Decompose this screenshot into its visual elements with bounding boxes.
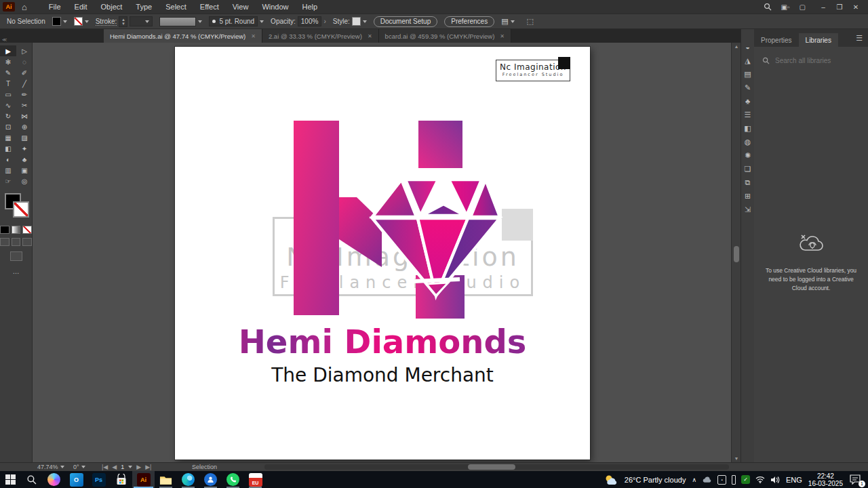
brush-definition-dropdown[interactable]: 5 pt. Round: [209, 16, 258, 26]
menu-item[interactable]: Type: [129, 1, 159, 12]
stroke-caret-icon[interactable]: [85, 20, 89, 23]
tool-artboard[interactable]: ▣: [16, 165, 33, 176]
home-icon[interactable]: ⌂: [22, 2, 27, 12]
minimize-icon[interactable]: –: [815, 3, 831, 11]
taskbar-app-copilot[interactable]: [43, 471, 65, 488]
library-search-input[interactable]: [774, 56, 858, 65]
hemi-diamonds-logo[interactable]: [175, 47, 590, 460]
vertical-scroll-thumb[interactable]: [734, 246, 739, 262]
menu-item[interactable]: File: [42, 1, 68, 12]
tool-curvature[interactable]: ✐: [16, 67, 33, 78]
stroke-swatch[interactable]: [74, 17, 83, 26]
notification-center-button[interactable]: 1: [849, 474, 864, 486]
document-tab[interactable]: 2.ai @ 33.33 % (CMYK/Preview) ✕: [262, 29, 379, 43]
none-mode-icon[interactable]: [22, 226, 32, 234]
tool-lasso[interactable]: ◌: [16, 56, 33, 67]
meet-now-icon[interactable]: ▪: [717, 475, 726, 485]
tool-line[interactable]: ╱: [16, 78, 33, 89]
tool-perspective-grid[interactable]: ▦: [0, 132, 16, 143]
color-mode-icon[interactable]: [0, 226, 9, 234]
taskbar-app-photoshop[interactable]: Ps: [87, 471, 110, 488]
stroke-weight-dropdown[interactable]: [130, 16, 153, 26]
draw-normal-icon[interactable]: [0, 238, 9, 246]
weather-temperature[interactable]: 26°C Partly cloudy: [625, 476, 686, 484]
prev-artboard-icon[interactable]: ◀: [112, 464, 117, 470]
dock-icon-layers[interactable]: ⧉: [741, 176, 754, 189]
menu-item[interactable]: Edit: [68, 1, 94, 12]
taskbar-app-eu-mail[interactable]: EU: [244, 471, 267, 488]
tool-rectangle[interactable]: ▭: [0, 89, 16, 100]
next-artboard-icon[interactable]: ▶: [136, 464, 141, 470]
menu-item[interactable]: Help: [296, 1, 325, 12]
tool-pen[interactable]: ✎: [0, 67, 16, 78]
document-setup-button[interactable]: Document Setup: [374, 16, 438, 27]
artboard-number[interactable]: 1: [121, 464, 124, 470]
dock-icon-artboards[interactable]: ⊞: [741, 189, 754, 203]
dock-icon-appearance[interactable]: ✺: [741, 148, 754, 162]
artboard[interactable]: Nc Imagination Freelancer Studio: [175, 47, 590, 460]
tab-libraries[interactable]: Libraries: [799, 33, 838, 47]
document-tab[interactable]: Hemi Diamonds.ai @ 47.74 % (CMYK/Preview…: [104, 29, 262, 43]
panel-menu-icon[interactable]: ☰: [856, 34, 863, 43]
dock-icon-stroke[interactable]: ☰: [741, 108, 754, 121]
align-options-icon[interactable]: ▤: [501, 17, 508, 26]
horizontal-scroll-thumb[interactable]: [468, 464, 515, 470]
security-shield-icon[interactable]: ✓: [741, 475, 750, 484]
speaker-icon[interactable]: [770, 476, 780, 484]
tab-properties[interactable]: Properties: [754, 33, 799, 47]
tab-close-icon[interactable]: ✕: [500, 33, 505, 39]
scroll-down-icon[interactable]: ▼: [732, 456, 741, 461]
dock-icon-asset-export[interactable]: ⇲: [741, 203, 754, 216]
restore-icon[interactable]: ❐: [831, 3, 848, 11]
tool-eyedropper[interactable]: ✦: [16, 143, 33, 154]
canvas[interactable]: Nc Imagination Freelancer Studio: [33, 43, 731, 462]
preferences-button[interactable]: Preferences: [444, 16, 494, 27]
taskbar-app-outlook[interactable]: O: [65, 471, 87, 488]
wifi-icon[interactable]: [755, 476, 765, 483]
first-artboard-icon[interactable]: |◀: [102, 464, 108, 470]
edit-toolbar-icon[interactable]: …: [0, 268, 32, 275]
search-icon[interactable]: [764, 3, 772, 11]
pen-icon[interactable]: [732, 475, 736, 485]
tab-close-icon[interactable]: ✕: [368, 33, 372, 39]
zoom-level-dropdown[interactable]: 47.74%: [37, 464, 58, 470]
rotation-dropdown[interactable]: 0°: [73, 464, 79, 470]
start-button[interactable]: [0, 471, 20, 488]
tool-blend[interactable]: ◐: [0, 154, 16, 165]
tool-shape-builder[interactable]: ⊕: [16, 121, 33, 132]
menu-item[interactable]: Object: [94, 1, 130, 12]
tool-shaper[interactable]: ∿: [0, 100, 16, 110]
language-indicator[interactable]: ENG: [786, 476, 802, 484]
tool-type[interactable]: T: [0, 78, 16, 89]
tool-selection[interactable]: ▶: [0, 45, 16, 56]
taskbar-app-store[interactable]: [110, 471, 132, 488]
weather-icon[interactable]: [605, 474, 618, 485]
dock-icon-color-guide[interactable]: ◮: [741, 54, 754, 67]
screen-mode-icon[interactable]: [10, 251, 22, 261]
tool-scissors[interactable]: ✂: [16, 100, 33, 110]
menu-item[interactable]: Window: [255, 1, 295, 12]
tool-mesh[interactable]: ▨: [16, 132, 33, 143]
scroll-up-icon[interactable]: ▲: [732, 44, 741, 49]
share-document-icon[interactable]: ⬚: [527, 17, 534, 26]
tool-rotate[interactable]: ↻: [0, 110, 16, 121]
dock-icon-color[interactable]: ◒: [741, 40, 754, 54]
document-tab[interactable]: bcard.ai @ 459.39 % (CMYK/Preview) ✕: [379, 29, 511, 43]
dock-icon-gradient[interactable]: ◧: [741, 121, 754, 135]
taskbar-app-edge[interactable]: [177, 471, 199, 488]
hidden-icons-chevron[interactable]: ∧: [692, 476, 696, 483]
fill-swatch[interactable]: [52, 17, 61, 26]
menu-item[interactable]: View: [226, 1, 256, 12]
tool-width[interactable]: ⋈: [16, 110, 33, 121]
taskbar-app-people[interactable]: [199, 471, 222, 488]
dock-icon-symbols[interactable]: ♣: [741, 94, 754, 108]
stroke-color-swatch[interactable]: [13, 201, 29, 218]
onedrive-icon[interactable]: [702, 476, 712, 483]
tool-free-transform[interactable]: ⊡: [0, 121, 16, 132]
tool-magic-wand[interactable]: ✻: [0, 56, 16, 67]
tool-zoom[interactable]: ◎: [16, 176, 33, 186]
style-swatch[interactable]: [352, 17, 361, 26]
arrange-documents-icon[interactable]: ▢: [800, 3, 806, 11]
dock-icon-transparency[interactable]: ◍: [741, 135, 754, 148]
dock-icon-brushes[interactable]: ✎: [741, 81, 754, 94]
